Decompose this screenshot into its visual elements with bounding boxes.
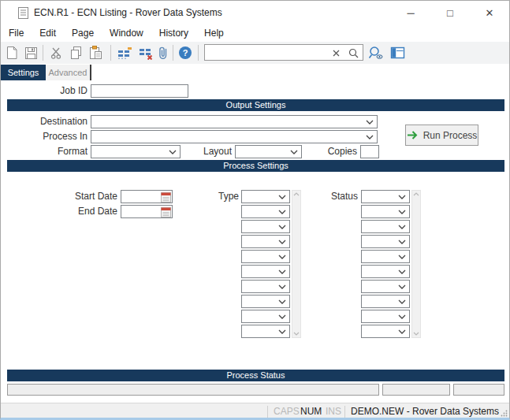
menu-page[interactable]: Page — [72, 25, 102, 41]
status-bar: CAPS NUM INS DEMO.NEW - Rover Data Syste… — [1, 403, 509, 419]
row-dropdown-select[interactable] — [241, 205, 290, 218]
maximize-button[interactable]: □ — [430, 1, 470, 24]
row-dropdown-select[interactable] — [361, 310, 410, 323]
chevron-down-icon — [278, 284, 286, 289]
search-input[interactable] — [207, 46, 333, 59]
row-dropdown-select[interactable] — [361, 205, 410, 218]
row-dropdown-select[interactable] — [361, 250, 410, 263]
job-id-label: Job ID — [24, 84, 87, 98]
new-document-icon[interactable] — [3, 44, 20, 61]
row-dropdown-select[interactable] — [241, 190, 290, 203]
menu-help[interactable]: Help — [204, 25, 233, 41]
tab-advanced[interactable]: Advanced — [46, 65, 91, 80]
process-status-field-main — [7, 384, 379, 396]
row-dropdown-select[interactable] — [361, 220, 410, 233]
attachment-icon[interactable] — [154, 44, 172, 61]
process-in-select[interactable] — [91, 130, 378, 143]
chevron-down-icon — [398, 329, 406, 334]
title-bar: ECN.R1 - ECN Listing - Rover Data System… — [1, 1, 509, 24]
chevron-down-icon — [398, 314, 406, 319]
toolbar-separator — [173, 45, 173, 61]
chevron-down-icon — [278, 255, 286, 259]
chevron-down-icon — [278, 269, 286, 274]
row-dropdown-select[interactable] — [241, 265, 290, 278]
job-id-input[interactable] — [91, 87, 188, 99]
insert-rows-icon[interactable] — [116, 44, 133, 61]
row-dropdown-select[interactable] — [361, 190, 410, 203]
cut-icon[interactable] — [47, 44, 65, 61]
job-id-field[interactable] — [91, 84, 188, 98]
toolbar-search — [204, 44, 363, 61]
menu-window[interactable]: Window — [110, 25, 152, 41]
run-process-label: Run Process — [423, 130, 478, 141]
clear-search-icon[interactable] — [329, 46, 342, 59]
layout-select[interactable] — [235, 145, 302, 158]
chevron-down-icon — [398, 284, 406, 289]
chevron-down-icon — [278, 210, 286, 214]
row-dropdown-select[interactable] — [361, 235, 410, 248]
chevron-down-icon — [398, 210, 406, 214]
chevron-down-icon — [290, 150, 298, 154]
row-dropdown-select[interactable] — [241, 310, 290, 323]
scroll-up-icon — [413, 192, 419, 196]
search-icon[interactable] — [347, 46, 359, 59]
start-date-field[interactable] — [121, 190, 173, 203]
chevron-down-icon — [366, 120, 374, 125]
row-dropdown-select[interactable] — [361, 295, 410, 308]
chevron-down-icon — [278, 240, 286, 244]
minimize-button[interactable]: ─ — [391, 1, 430, 24]
tab-strip: Settings Advanced — [1, 65, 91, 80]
status-scrollbar[interactable] — [411, 190, 421, 338]
help-icon[interactable]: ? — [177, 44, 194, 61]
toolbar-separator — [43, 45, 43, 61]
window-controls: ─ □ ✕ — [391, 1, 509, 24]
copies-field[interactable] — [360, 145, 379, 158]
num-lock-indicator: NUM — [300, 403, 322, 419]
menu-history[interactable]: History — [159, 25, 197, 41]
close-button[interactable]: ✕ — [470, 1, 509, 24]
svg-text:?: ? — [183, 48, 188, 58]
chevron-down-icon — [398, 269, 406, 274]
save-icon[interactable] — [22, 44, 39, 61]
chevron-down-icon — [398, 195, 406, 199]
end-date-field[interactable] — [121, 205, 173, 218]
start-date-input[interactable] — [122, 191, 158, 203]
type-scrollbar[interactable] — [292, 190, 301, 338]
paste-icon[interactable] — [87, 44, 104, 61]
row-dropdown-select[interactable] — [241, 250, 290, 263]
resize-grip-icon[interactable] — [501, 408, 508, 419]
output-settings-header: Output Settings — [7, 99, 504, 111]
statusbar-separator — [344, 406, 345, 418]
statusbar-separator — [267, 406, 268, 418]
row-dropdown-select[interactable] — [361, 325, 410, 338]
run-process-button[interactable]: Run Process — [405, 125, 478, 146]
row-dropdown-select[interactable] — [241, 220, 290, 233]
row-dropdown-select[interactable] — [241, 325, 290, 338]
menu-bar: File Edit Page Window History Help — [1, 24, 509, 42]
session-name: DEMO.NEW - Rover Data Systems — [351, 403, 499, 419]
menu-edit[interactable]: Edit — [39, 25, 65, 41]
caps-lock-indicator: CAPS — [274, 403, 300, 419]
row-dropdown-select[interactable] — [361, 280, 410, 293]
format-select[interactable] — [91, 145, 181, 158]
tab-settings[interactable]: Settings — [1, 65, 46, 80]
chevron-down-icon — [398, 255, 406, 259]
menu-file[interactable]: File — [9, 25, 32, 41]
end-date-input[interactable] — [122, 206, 158, 217]
row-dropdown-select[interactable] — [241, 235, 290, 248]
copies-input[interactable] — [361, 148, 378, 160]
row-dropdown-select[interactable] — [241, 280, 290, 293]
layout-view-icon[interactable] — [389, 44, 406, 61]
calendar-icon[interactable] — [161, 206, 171, 221]
process-status-header: Process Status — [7, 370, 504, 381]
calendar-icon[interactable] — [161, 191, 171, 206]
toolbar-separator — [198, 45, 199, 61]
copy-icon[interactable] — [67, 44, 84, 61]
delete-rows-icon[interactable] — [137, 44, 154, 61]
destination-select[interactable] — [91, 115, 378, 128]
row-dropdown-select[interactable] — [241, 295, 290, 308]
row-dropdown-select[interactable] — [361, 265, 410, 278]
record-lookup-icon[interactable] — [367, 44, 385, 61]
start-date-label: Start Date — [54, 190, 117, 203]
scroll-down-icon — [293, 332, 300, 336]
